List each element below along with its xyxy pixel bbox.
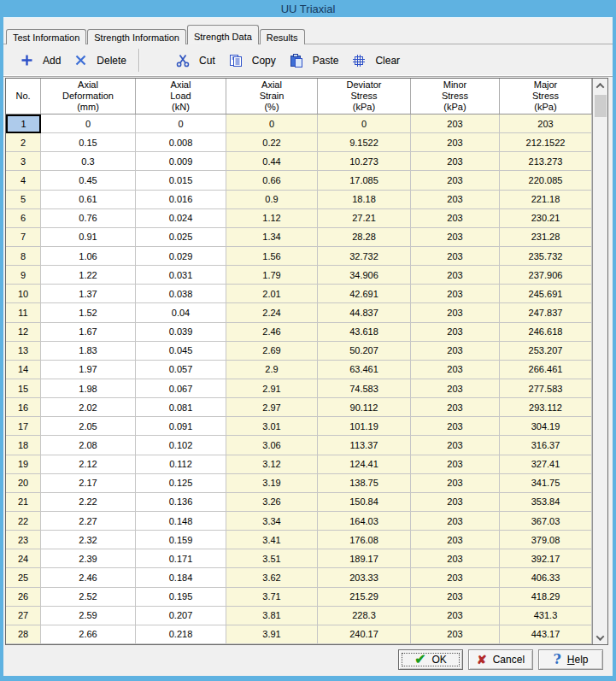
grid-cell[interactable]: 203 [411, 568, 500, 587]
grid-cell[interactable]: 1.37 [41, 285, 136, 303]
grid-cell[interactable]: 327.41 [500, 455, 592, 474]
grid-cell[interactable]: 2.52 [41, 588, 136, 607]
row-number-cell[interactable]: 7 [6, 228, 41, 247]
delete-button[interactable]: Delete [67, 49, 133, 73]
grid-cell[interactable]: 2.27 [41, 512, 136, 531]
grid-cell[interactable]: 0.184 [136, 568, 226, 587]
grid-cell[interactable]: 203 [411, 474, 500, 493]
grid-cell[interactable]: 2.12 [41, 455, 136, 474]
grid-cell[interactable]: 215.29 [318, 588, 411, 607]
grid-cell[interactable]: 203 [411, 417, 500, 436]
row-number-cell[interactable]: 5 [6, 191, 41, 209]
grid-cell[interactable]: 203 [411, 531, 500, 549]
grid-cell[interactable]: 3.91 [226, 625, 318, 644]
row-number-cell[interactable]: 13 [6, 342, 41, 361]
grid-cell[interactable]: 203 [411, 114, 500, 133]
grid-cell[interactable]: 2.46 [226, 323, 318, 342]
row-number-cell[interactable]: 21 [6, 493, 41, 512]
grid-cell[interactable]: 240.17 [318, 625, 411, 644]
grid-cell[interactable]: 0.148 [136, 512, 226, 531]
grid-cell[interactable]: 235.732 [500, 247, 592, 266]
grid-cell[interactable]: 3.41 [226, 531, 318, 549]
grid-cell[interactable]: 43.618 [318, 323, 411, 342]
row-number-cell[interactable]: 15 [6, 379, 41, 398]
grid-cell[interactable]: 203 [411, 247, 500, 266]
grid-cell[interactable]: 2.46 [41, 568, 136, 587]
grid-cell[interactable]: 1.34 [226, 228, 318, 247]
grid-cell[interactable]: 266.461 [500, 361, 592, 379]
grid-cell[interactable]: 0.3 [41, 152, 136, 171]
grid-cell[interactable]: 2.08 [41, 436, 136, 455]
grid-cell[interactable]: 367.03 [500, 512, 592, 531]
row-number-cell[interactable]: 11 [6, 303, 41, 322]
grid-cell[interactable]: 3.71 [226, 588, 318, 607]
grid-cell[interactable]: 443.17 [500, 625, 592, 644]
grid-cell[interactable]: 203 [411, 266, 500, 285]
grid-cell[interactable]: 0.9 [226, 191, 318, 209]
grid-cell[interactable]: 0.008 [136, 133, 226, 152]
grid-cell[interactable]: 203 [411, 133, 500, 152]
grid-cell[interactable]: 0.91 [41, 228, 136, 247]
grid-cell[interactable]: 32.732 [318, 247, 411, 266]
grid-cell[interactable]: 341.75 [500, 474, 592, 493]
grid-cell[interactable]: 203 [411, 549, 500, 568]
grid-cell[interactable]: 0.218 [136, 625, 226, 644]
copy-button[interactable]: Copy [222, 49, 283, 73]
grid-cell[interactable]: 3.06 [226, 436, 318, 455]
grid-cell[interactable]: 28.28 [318, 228, 411, 247]
row-number-cell[interactable]: 27 [6, 607, 41, 625]
grid-cell[interactable]: 44.837 [318, 303, 411, 322]
row-number-cell[interactable]: 14 [6, 361, 41, 379]
grid-cell[interactable]: 293.112 [500, 398, 592, 417]
grid-cell[interactable]: 2.17 [41, 474, 136, 493]
grid-cell[interactable]: 213.273 [500, 152, 592, 171]
grid-cell[interactable]: 203 [411, 379, 500, 398]
grid-cell[interactable]: 2.66 [41, 625, 136, 644]
grid-cell[interactable]: 1.67 [41, 323, 136, 342]
grid-cell[interactable]: 0.66 [226, 171, 318, 190]
grid-cell[interactable]: 203 [411, 342, 500, 361]
scroll-up-button[interactable] [593, 79, 607, 92]
row-number-cell[interactable]: 8 [6, 247, 41, 266]
grid-cell[interactable]: 203 [411, 588, 500, 607]
grid-cell[interactable]: 203 [411, 228, 500, 247]
grid-cell[interactable]: 304.19 [500, 417, 592, 436]
grid-cell[interactable]: 18.18 [318, 191, 411, 209]
grid-cell[interactable]: 0.45 [41, 171, 136, 190]
grid-cell[interactable]: 27.21 [318, 209, 411, 228]
grid-cell[interactable]: 164.03 [318, 512, 411, 531]
row-number-cell[interactable]: 9 [6, 266, 41, 285]
ok-button[interactable]: ✔ OK [398, 649, 463, 670]
row-number-cell[interactable]: 25 [6, 568, 41, 587]
grid-cell[interactable]: 0.025 [136, 228, 226, 247]
grid-cell[interactable]: 212.1522 [500, 133, 592, 152]
grid-cell[interactable]: 17.085 [318, 171, 411, 190]
row-number-cell[interactable]: 12 [6, 323, 41, 342]
row-number-cell[interactable]: 24 [6, 549, 41, 568]
grid-cell[interactable]: 34.906 [318, 266, 411, 285]
grid-cell[interactable]: 379.08 [500, 531, 592, 549]
grid-cell[interactable]: 0.112 [136, 455, 226, 474]
grid-cell[interactable]: 203 [411, 625, 500, 644]
scroll-down-button[interactable] [593, 631, 607, 644]
grid-cell[interactable]: 0.159 [136, 531, 226, 549]
grid-cell[interactable]: 0.136 [136, 493, 226, 512]
grid-cell[interactable]: 0.038 [136, 285, 226, 303]
grid-cell[interactable]: 203 [411, 171, 500, 190]
clear-button[interactable]: Clear [345, 49, 407, 73]
grid-cell[interactable]: 0.067 [136, 379, 226, 398]
grid-cell[interactable]: 0.102 [136, 436, 226, 455]
grid-cell[interactable]: 3.26 [226, 493, 318, 512]
grid-cell[interactable]: 0 [318, 114, 411, 133]
grid-cell[interactable]: 2.22 [41, 493, 136, 512]
grid-cell[interactable]: 1.79 [226, 266, 318, 285]
grid-cell[interactable]: 246.618 [500, 323, 592, 342]
row-number-cell[interactable]: 10 [6, 285, 41, 303]
grid-cell[interactable]: 2.24 [226, 303, 318, 322]
row-number-cell[interactable]: 22 [6, 512, 41, 531]
grid-cell[interactable]: 1.97 [41, 361, 136, 379]
row-number-cell[interactable]: 2 [6, 133, 41, 152]
grid-cell[interactable]: 418.29 [500, 588, 592, 607]
grid-cell[interactable]: 203 [411, 398, 500, 417]
tab-results[interactable]: Results [260, 29, 305, 44]
